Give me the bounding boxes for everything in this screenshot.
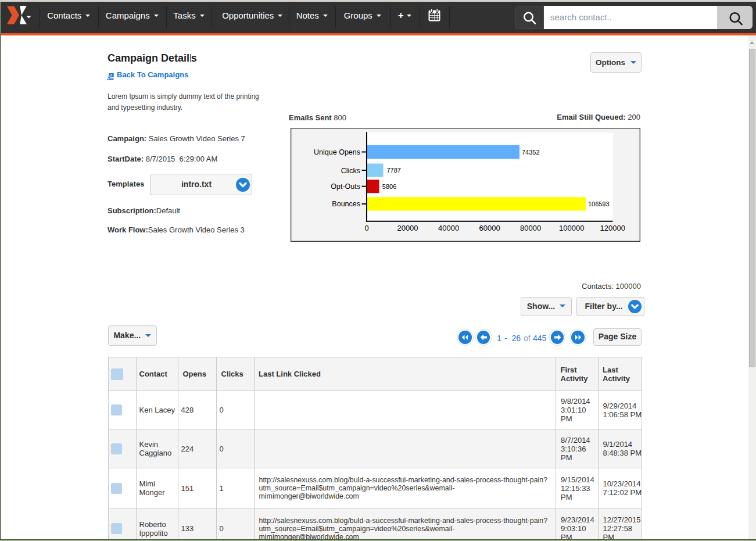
svg-text:Bounces: Bounces xyxy=(332,200,360,208)
svg-text:5806: 5806 xyxy=(382,182,396,189)
svg-text:0: 0 xyxy=(364,224,368,232)
svg-text:7787: 7787 xyxy=(386,167,400,174)
svg-text:Opt-Outs: Opt-Outs xyxy=(331,182,360,191)
svg-text:100000: 100000 xyxy=(559,224,584,232)
svg-text:Unique Opens: Unique Opens xyxy=(314,148,360,156)
svg-text:60000: 60000 xyxy=(479,224,500,232)
svg-text:120000: 120000 xyxy=(600,224,625,232)
svg-text:40000: 40000 xyxy=(438,224,459,232)
svg-text:80000: 80000 xyxy=(520,224,541,232)
svg-text:20000: 20000 xyxy=(397,224,418,232)
svg-text:106593: 106593 xyxy=(588,200,610,207)
svg-text:74352: 74352 xyxy=(522,148,540,155)
svg-text:Clicks: Clicks xyxy=(341,166,360,174)
